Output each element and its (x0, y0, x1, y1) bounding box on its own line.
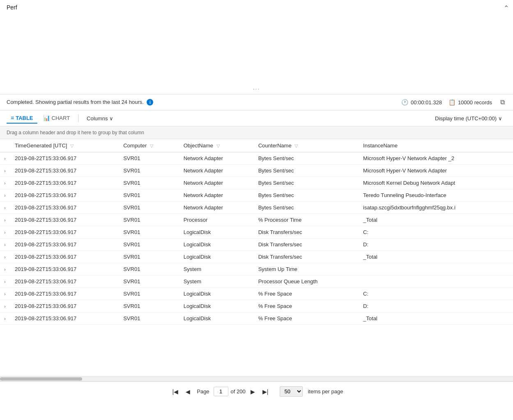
cell-counter: Bytes Sent/sec (253, 202, 358, 214)
row-expand-cell[interactable]: › (0, 239, 10, 251)
expand-arrow-icon[interactable]: › (4, 218, 5, 223)
row-expand-cell[interactable]: › (0, 152, 10, 165)
group-hint-bar: Drag a column header and drop it here to… (0, 126, 513, 139)
cell-counter: % Free Space (253, 300, 358, 312)
cell-computer: SVR01 (118, 226, 179, 239)
cell-instance: D: (358, 239, 513, 251)
cell-computer: SVR01 (118, 202, 179, 214)
table-row: ›2019-08-22T15:33:06.917SVR01Network Ada… (0, 165, 513, 177)
expand-arrow-icon[interactable]: › (4, 243, 5, 247)
toolbar-divider (78, 114, 78, 122)
status-right: 🕐 00:00:01.328 📋 10000 records ⧉ (401, 98, 506, 107)
first-page-button[interactable]: |◀ (170, 388, 181, 396)
page-input[interactable] (214, 387, 228, 396)
scrollbar-thumb[interactable] (0, 377, 82, 381)
cell-object: System (179, 263, 253, 275)
last-page-button[interactable]: ▶| (260, 388, 271, 396)
cell-time: 2019-08-22T15:33:06.917 (10, 275, 118, 288)
prev-page-button[interactable]: ◀ (183, 388, 193, 396)
cell-computer: SVR01 (118, 165, 179, 177)
cell-object: System (179, 275, 253, 288)
filter-icon-computer[interactable]: ▽ (150, 143, 153, 148)
expand-arrow-icon[interactable]: › (4, 206, 5, 210)
row-expand-cell[interactable]: › (0, 177, 10, 189)
group-hint-text: Drag a column header and drop it here to… (7, 130, 144, 135)
cell-computer: SVR01 (118, 214, 179, 226)
expand-arrow-icon[interactable]: › (4, 317, 5, 321)
tab-table[interactable]: ≡ TABLE (7, 113, 37, 124)
cell-instance: Teredo Tunneling Pseudo-Interface (358, 189, 513, 202)
cell-instance: Microsoft Hyper-V Network Adapter (358, 165, 513, 177)
filter-icon-object[interactable]: ▽ (216, 143, 220, 148)
filter-icon-counter[interactable]: ▽ (294, 143, 298, 148)
col-counter-name: CounterName ▽ (253, 139, 358, 152)
cell-counter: % Free Space (253, 288, 358, 300)
expand-arrow-icon[interactable]: › (4, 230, 5, 235)
items-per-page-select[interactable]: 50 100 200 (280, 386, 303, 397)
row-expand-cell[interactable]: › (0, 189, 10, 202)
cell-object: LogicalDisk (179, 226, 253, 239)
cell-instance: Microsoft Kernel Debug Network Adapt (358, 177, 513, 189)
cell-object: LogicalDisk (179, 288, 253, 300)
row-expand-cell[interactable]: › (0, 202, 10, 214)
cell-counter: Bytes Sent/sec (253, 152, 358, 165)
expand-arrow-icon[interactable]: › (4, 267, 5, 272)
horizontal-scrollbar[interactable] (0, 376, 513, 381)
clock-icon: 🕐 (401, 99, 408, 106)
col-instance-name: InstanceName (358, 139, 513, 152)
expand-arrow-icon[interactable]: › (4, 156, 5, 161)
expand-arrow-icon[interactable]: › (4, 255, 5, 259)
record-count: 📋 10000 records (449, 99, 492, 106)
row-expand-cell[interactable]: › (0, 275, 10, 288)
expand-column (0, 139, 10, 152)
filter-icon-time[interactable]: ▽ (70, 143, 74, 148)
expand-arrow-icon[interactable]: › (4, 292, 5, 296)
col-object-name: ObjectName ▽ (179, 139, 253, 152)
display-time-button[interactable]: Display time (UTC+00:00) ∨ (431, 114, 506, 123)
row-expand-cell[interactable]: › (0, 214, 10, 226)
display-time-label: Display time (UTC+00:00) (435, 115, 497, 122)
row-expand-cell[interactable]: › (0, 263, 10, 275)
columns-button[interactable]: Columns ∨ (83, 114, 117, 123)
expand-arrow-icon[interactable]: › (4, 169, 5, 173)
expand-arrow-icon[interactable]: › (4, 280, 5, 284)
row-expand-cell[interactable]: › (0, 312, 10, 325)
expand-arrow-icon[interactable]: › (4, 193, 5, 198)
table-container[interactable]: TimeGenerated [UTC] ▽ Computer ▽ ObjectN… (0, 139, 513, 376)
next-page-button[interactable]: ▶ (248, 388, 258, 396)
table-row: ›2019-08-22T15:33:06.917SVR01Network Ada… (0, 177, 513, 189)
cell-computer: SVR01 (118, 251, 179, 263)
cell-time: 2019-08-22T15:33:06.917 (10, 288, 118, 300)
expand-arrow-icon[interactable]: › (4, 181, 5, 186)
row-expand-cell[interactable]: › (0, 226, 10, 239)
table-tab-label: TABLE (16, 115, 33, 121)
cell-time: 2019-08-22T15:33:06.917 (10, 226, 118, 239)
cell-counter: Bytes Sent/sec (253, 189, 358, 202)
row-expand-cell[interactable]: › (0, 288, 10, 300)
cell-instance: C: (358, 226, 513, 239)
cell-counter: Disk Transfers/sec (253, 226, 358, 239)
expand-arrow-icon[interactable]: › (4, 304, 5, 309)
table-row: ›2019-08-22T15:33:06.917SVR01LogicalDisk… (0, 312, 513, 325)
cell-time: 2019-08-22T15:33:06.917 (10, 214, 118, 226)
cell-time: 2019-08-22T15:33:06.917 (10, 165, 118, 177)
tab-chart[interactable]: 📊 CHART (39, 113, 74, 124)
status-bar: Completed. Showing partial results from … (0, 94, 513, 110)
next-page-icon: ▶ (251, 388, 255, 395)
last-page-icon: ▶| (262, 388, 269, 395)
table-header-row: TimeGenerated [UTC] ▽ Computer ▽ ObjectN… (0, 139, 513, 152)
cell-time: 2019-08-22T15:33:06.917 (10, 300, 118, 312)
cell-object: LogicalDisk (179, 312, 253, 325)
cell-object: Network Adapter (179, 177, 253, 189)
copy-button[interactable]: ⧉ (499, 98, 506, 107)
cell-time: 2019-08-22T15:33:06.917 (10, 189, 118, 202)
table-row: ›2019-08-22T15:33:06.917SVR01LogicalDisk… (0, 251, 513, 263)
cell-counter: Bytes Sent/sec (253, 177, 358, 189)
cell-instance: isatap.szcgi5dxtbourfnflgghmf25qg.bx.i (358, 202, 513, 214)
row-expand-cell[interactable]: › (0, 300, 10, 312)
columns-chevron: ∨ (109, 115, 113, 122)
collapse-button[interactable]: ⌃ (504, 4, 509, 12)
row-expand-cell[interactable]: › (0, 251, 10, 263)
info-icon[interactable]: i (147, 99, 153, 106)
row-expand-cell[interactable]: › (0, 165, 10, 177)
